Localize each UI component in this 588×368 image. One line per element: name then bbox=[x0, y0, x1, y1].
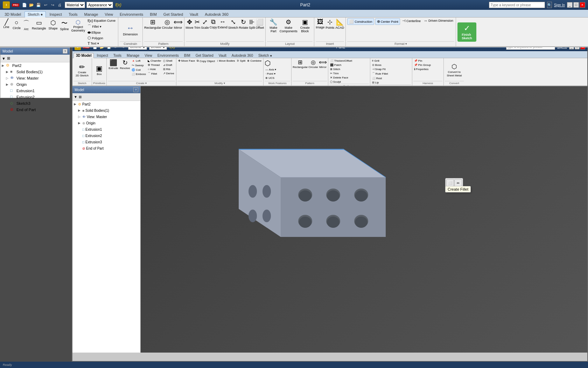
inner-btn-properties[interactable]: ℹ Properties bbox=[413, 67, 442, 71]
inner-tab-environments[interactable]: Environments bbox=[155, 53, 181, 58]
inner-btn-boss[interactable]: ⊙ Boss bbox=[371, 63, 411, 67]
filter-btn-outer[interactable]: ▼ bbox=[2, 56, 6, 61]
inner-tree-part2[interactable]: ▶ ⚙ Part2 bbox=[72, 101, 140, 107]
tree-item-part2-outer[interactable]: ▶ ⚙ Part2 bbox=[0, 62, 70, 69]
expand-all-outer[interactable]: ⊞ bbox=[7, 56, 10, 61]
inner-btn-fillet-3d[interactable]: ⌒ Fillet bbox=[147, 71, 162, 76]
qat-save[interactable]: 💾 bbox=[35, 2, 42, 8]
search-input[interactable] bbox=[489, 2, 545, 8]
inner-btn-chamfer[interactable]: ◣ Chamfer bbox=[147, 59, 162, 63]
inner-btn-hole[interactable]: ○ Hole bbox=[147, 67, 162, 71]
btn-scale-sketch[interactable]: ⤢Scale bbox=[201, 18, 209, 29]
btn-image[interactable]: 🖼Image bbox=[316, 18, 324, 29]
btn-make-components[interactable]: ⚙Make Components bbox=[281, 18, 296, 33]
btn-spline[interactable]: 〜 Spline bbox=[59, 18, 70, 32]
inner-tab-manage[interactable]: Manage bbox=[124, 53, 142, 58]
inner-btn-create2dsketch[interactable]: ✏ Create2D Sketch bbox=[76, 63, 89, 77]
inner-tree-viewmaster[interactable]: ▷ 👁 View: Master bbox=[72, 114, 140, 120]
inner-btn-pin[interactable]: 📌 Pin bbox=[413, 59, 442, 63]
inner-btn-trim[interactable]: ✂ Trim bbox=[329, 71, 340, 75]
btn-trim-sketch[interactable]: ✂Trim bbox=[194, 18, 201, 29]
btn-stretch-sketch[interactable]: ⤡Stretch bbox=[228, 18, 238, 29]
inner-btn-converttosheetmetal[interactable]: ⬡ Convert toSheet Metal bbox=[447, 63, 462, 77]
inner-tab-3dmodel[interactable]: 3D Model bbox=[74, 53, 94, 58]
close-button[interactable]: ✕ bbox=[580, 2, 585, 8]
btn-centerline[interactable]: ⊣ Centerline bbox=[401, 18, 422, 23]
btn-equation-curve[interactable]: f(x) Equation Curve bbox=[86, 18, 117, 23]
tree-item-extrusion1-outer[interactable]: □ Extrusion1 bbox=[0, 88, 70, 94]
tree-item-origin-outer[interactable]: ▶ ⊕ Origin bbox=[0, 81, 70, 88]
qat-open[interactable]: 📂 bbox=[28, 2, 35, 8]
inner-btn-revolve[interactable]: ↻Revolve bbox=[119, 59, 131, 70]
btn-acad[interactable]: 📐ACAD bbox=[335, 18, 344, 29]
appearance-selector[interactable]: Appearance bbox=[86, 2, 113, 8]
inner-btn-deleteface[interactable]: ✕ Delete Face bbox=[329, 76, 349, 80]
btn-project-geometry[interactable]: ⬡ ProjectGeometry bbox=[70, 18, 86, 33]
tab-inspect-top[interactable]: Inspect bbox=[46, 11, 65, 17]
inner-btn-sweep[interactable]: 〜 Sweep bbox=[131, 63, 147, 68]
btn-rotate-sketch[interactable]: ↻Rotate bbox=[239, 18, 248, 29]
btn-rectangle[interactable]: ▭ Rectangle bbox=[31, 18, 47, 31]
inner-tab-bim[interactable]: BIM bbox=[182, 53, 193, 58]
inner-tab-getstarted[interactable]: Get Started bbox=[193, 53, 216, 58]
inner-btn-pingroup[interactable]: 📌 Pin Group bbox=[413, 63, 442, 67]
btn-point[interactable]: · Point ▾ bbox=[86, 46, 117, 47]
fx-button[interactable]: f(x) bbox=[115, 2, 121, 8]
inner-btn-thread[interactable]: ⚙ Thread bbox=[147, 63, 162, 67]
btn-polygon[interactable]: ⬡ Polygon bbox=[86, 35, 117, 41]
qat-undo[interactable]: ↩ bbox=[42, 2, 49, 8]
btn-circle[interactable]: ○ Circle bbox=[12, 18, 22, 30]
mini-btn-2[interactable]: ✏ bbox=[454, 179, 462, 187]
inner-btn-extrude[interactable]: ⬛Extrude bbox=[108, 59, 119, 70]
btn-points[interactable]: ⊹Points bbox=[326, 18, 334, 29]
inner-btn-thickenoffset[interactable]: ⬜ Thicken/Offset bbox=[329, 59, 353, 63]
search-button[interactable]: 🔍 bbox=[547, 2, 552, 8]
btn-circular-pattern-sketch[interactable]: ◎Circular bbox=[162, 18, 173, 29]
tab-3dmodel-top[interactable]: 3D Model bbox=[1, 11, 24, 17]
tab-getstarted-top[interactable]: Get Started bbox=[160, 11, 186, 17]
btn-create-block[interactable]: ▣Create Block bbox=[297, 18, 313, 33]
btn-make-part[interactable]: 🔧Make Part bbox=[267, 18, 280, 33]
inner-btn-draft[interactable]: ⊿ Draft bbox=[162, 63, 175, 67]
viewport-3d[interactable]: ⬜ ✏ Create Fillet bbox=[141, 86, 587, 353]
btn-copy-sketch[interactable]: ⧉Copy bbox=[210, 18, 217, 29]
inner-btn-rulefillet[interactable]: ⌒ Rule Fillet bbox=[371, 71, 411, 76]
btn-ellipse[interactable]: ⬬ Ellipse bbox=[86, 30, 117, 35]
btn-split-sketch[interactable]: ⊪Split bbox=[249, 18, 255, 29]
inner-btn-rectangular[interactable]: ⊞Rectangular bbox=[293, 59, 308, 69]
inner-tab-tools[interactable]: Tools bbox=[111, 53, 124, 58]
maximize-button[interactable]: □ bbox=[573, 2, 579, 8]
inner-btn-snapfit[interactable]: ⊣ Snap Fit bbox=[371, 67, 411, 71]
inner-btn-shell[interactable]: ◻ Shell bbox=[162, 59, 175, 63]
inner-btn-lip[interactable]: ⊟ Lip bbox=[371, 81, 411, 84]
inner-btn-derive[interactable]: ↗ Derive bbox=[162, 71, 175, 75]
inner-expand-btn[interactable]: ⊞ bbox=[79, 95, 82, 99]
btn-fillet[interactable]: ⌒ Fillet ▾ bbox=[86, 23, 117, 29]
tab-vault-top[interactable]: Vault bbox=[187, 11, 201, 17]
btn-line[interactable]: ╱ Line bbox=[1, 18, 11, 29]
inner-btn-circular[interactable]: ◎Circular bbox=[308, 59, 318, 69]
qat-redo[interactable]: ↪ bbox=[49, 2, 56, 8]
inner-btn-axis[interactable]: — Axis ▾ bbox=[265, 68, 277, 71]
panel-help-outer[interactable]: ? bbox=[63, 49, 68, 54]
inner-tree-extrusion3[interactable]: □ Extrusion3 bbox=[72, 139, 140, 145]
tab-autodesk360-top[interactable]: Autodesk 360 bbox=[202, 11, 231, 17]
tab-bim-top[interactable]: BIM bbox=[147, 11, 160, 17]
inner-btn-mirror[interactable]: ⟺Mirror bbox=[319, 59, 327, 69]
btn-offset-sketch[interactable]: ⬜Offset bbox=[255, 18, 264, 29]
inner-tree-endofpart[interactable]: ⊘ End of Part bbox=[72, 145, 140, 151]
btn-driven-dimension[interactable]: ↔ Driven Dimension bbox=[423, 18, 454, 23]
btn-construction[interactable]: ⬜ Construction bbox=[347, 18, 374, 25]
inner-btn-split[interactable]: ⊪ Split bbox=[236, 59, 246, 63]
mini-btn-1[interactable]: ⬜ bbox=[446, 179, 454, 187]
inner-tab-vault[interactable]: Vault bbox=[216, 53, 229, 58]
inner-filter-btn[interactable]: ▼ bbox=[74, 95, 77, 99]
inner-tab-view[interactable]: View bbox=[142, 53, 155, 58]
tab-tools-top[interactable]: Tools bbox=[65, 11, 81, 17]
inner-btn-ucs[interactable]: ⊕ UCS bbox=[265, 76, 277, 80]
inner-btn-loft[interactable]: 🔺 Loft bbox=[131, 59, 147, 63]
btn-center-point[interactable]: ⊕ Center Point bbox=[375, 18, 400, 25]
inner-btn-rest[interactable]: ⬜ Rest bbox=[371, 76, 411, 80]
inner-btn-point-wf[interactable]: · Point ▾ bbox=[265, 72, 277, 76]
inner-btn-plane[interactable]: ⬡ bbox=[265, 59, 271, 67]
